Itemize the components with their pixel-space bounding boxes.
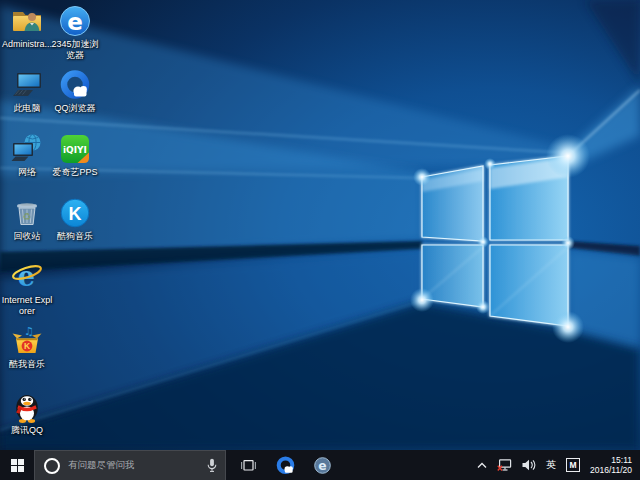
desktop-icon-administrator[interactable]: Administra... (1, 4, 53, 50)
desktop-icon-label: QQ浏览器 (49, 103, 101, 114)
network-status-button[interactable] (492, 450, 517, 480)
task-view-icon (240, 458, 257, 473)
desktop-area[interactable]: Administra... 此电脑 网络 (0, 0, 640, 450)
show-hidden-icons-button[interactable] (472, 450, 492, 480)
desktop-icon-recycle-bin[interactable]: ♻ 回收站 (1, 196, 53, 242)
start-button[interactable] (0, 450, 34, 480)
task-view-button[interactable] (233, 450, 263, 480)
windows-desktop: { "desktop": { "columns": [ {"items": [ … (0, 0, 640, 480)
2345-browser-taskbar-icon: e (313, 456, 332, 475)
this-pc-icon (10, 68, 44, 102)
desktop-icon-label: 酷我音乐 (1, 359, 53, 370)
clock-date: 2016/11/20 (590, 465, 632, 475)
ime-indicator[interactable]: M (561, 450, 585, 480)
qq-browser-taskbar-icon (275, 455, 296, 476)
desktop-icon-internet-explorer[interactable]: e Internet Explorer (1, 260, 53, 317)
clock[interactable]: 15:11 2016/11/20 (585, 455, 637, 475)
microphone-icon[interactable] (207, 458, 217, 473)
desktop-icon-label: 酷狗音乐 (49, 231, 101, 242)
chevron-up-icon (477, 462, 487, 469)
desktop-icon-tencent-qq[interactable]: 腾讯QQ (1, 390, 53, 436)
svg-text:e: e (318, 458, 326, 472)
cortana-search-box[interactable]: 有问题尽管问我 (34, 450, 226, 480)
desktop-icon-label: Administra... (1, 39, 53, 50)
recycle-bin-icon: ♻ (10, 196, 44, 230)
network-disconnected-icon (497, 459, 512, 472)
desktop-icon-label: 回收站 (1, 231, 53, 242)
ime-badge: M (566, 458, 580, 472)
desktop-icon-label: 爱奇艺PPS (49, 167, 101, 178)
cortana-icon (44, 458, 60, 474)
svg-text:♻: ♻ (23, 211, 32, 222)
qq-browser-icon (58, 68, 92, 102)
search-placeholder: 有问题尽管问我 (68, 459, 207, 472)
language-indicator[interactable]: 英 (541, 450, 561, 480)
desktop-icon-kugou-music[interactable]: K 酷狗音乐 (49, 196, 101, 242)
taskbar: 有问题尽管问我 e (0, 450, 640, 480)
administrator-folder-icon (10, 4, 44, 38)
system-tray: 英 M 15:11 2016/11/20 (472, 450, 640, 480)
svg-text:K: K (24, 341, 31, 351)
svg-text:e: e (67, 9, 83, 35)
desktop-icon-kuwo-music[interactable]: ♫ K 酷我音乐 (1, 324, 53, 370)
kugou-music-icon: K (58, 196, 92, 230)
desktop-icon-label: 2345加速浏览器 (49, 39, 101, 61)
desktop-icon-qq-browser[interactable]: QQ浏览器 (49, 68, 101, 114)
2345-browser-icon: e (58, 4, 92, 38)
iqiyi-pps-icon: iQIYI (58, 132, 92, 166)
volume-button[interactable] (517, 450, 541, 480)
desktop-icon-iqiyi-pps[interactable]: iQIYI 爱奇艺PPS (49, 132, 101, 178)
speaker-icon (522, 459, 536, 471)
internet-explorer-icon: e (10, 260, 44, 294)
windows-logo-icon (11, 459, 24, 472)
desktop-icon-this-pc[interactable]: 此电脑 (1, 68, 53, 114)
desktop-icon-2345-browser[interactable]: e 2345加速浏览器 (49, 4, 101, 61)
taskbar-app-qq-browser[interactable] (270, 450, 300, 480)
svg-text:iQIYI: iQIYI (63, 145, 87, 155)
desktop-icon-label: 此电脑 (1, 103, 53, 114)
desktop-icon-label: 网络 (1, 167, 53, 178)
kuwo-music-icon: ♫ K (10, 324, 44, 358)
language-label: 英 (546, 458, 556, 472)
desktop-icon-network[interactable]: 网络 (1, 132, 53, 178)
taskbar-app-2345-browser[interactable]: e (307, 450, 337, 480)
svg-text:♫: ♫ (24, 325, 34, 338)
desktop-icon-label: 腾讯QQ (1, 425, 53, 436)
desktop-icon-label: Internet Explorer (1, 295, 53, 317)
tencent-qq-icon (10, 390, 44, 424)
network-icon (10, 132, 44, 166)
svg-text:K: K (69, 204, 82, 224)
clock-time: 15:11 (590, 455, 632, 465)
